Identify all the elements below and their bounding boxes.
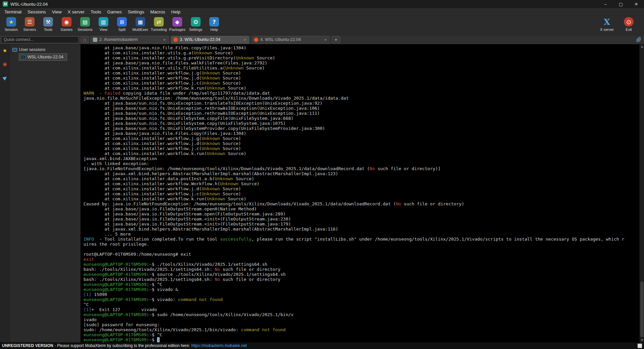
sftp-panel-icon[interactable] [1, 74, 9, 81]
toolbar-multiexec-button[interactable]: MultiExec [131, 17, 150, 32]
resize-grip[interactable] [638, 344, 642, 348]
tab-3-wsl-ubuntu-22-04[interactable]: 3. WSL-Ubuntu-22.04× [171, 36, 249, 44]
macros-panel-icon[interactable] [1, 60, 9, 68]
terminal-text-segment: at com.xilinx.installer.workflow.j.d( [84, 141, 202, 146]
terminal-line: eunseong@LAPTOP-01T6MS09:~$ source ./too… [84, 272, 639, 277]
menu-terminal[interactable]: Terminal [1, 9, 24, 15]
menu-settings[interactable]: Settings [125, 9, 147, 15]
terminal-text-segment: Unknown [202, 136, 220, 141]
scroll-down-icon[interactable]: ▼ [640, 339, 644, 342]
terminal-text-segment: ... 5 more [84, 232, 131, 237]
terminal-scrollbar[interactable]: ▲ ▼ [639, 44, 644, 342]
toolbar-servers-button[interactable]: Servers [20, 17, 39, 32]
terminal-text-segment: at com.xilinx.installer.workflow.j.g( [84, 70, 202, 76]
toolbar-label: Settings [189, 28, 203, 32]
toolbar-packages-button[interactable]: Packages [168, 17, 186, 32]
tree-item-wsl-ubuntu[interactable]: WSL-Ubuntu-22.04 [19, 53, 67, 61]
tabs-container: 2. /home/mobaxterm×3. WSL-Ubuntu-22.04×4… [91, 36, 330, 44]
menu-view[interactable]: View [49, 9, 65, 15]
terminal-line: WARN - Failed copying idata file under /… [84, 91, 639, 96]
toolbar-settings-button[interactable]: Settings [186, 17, 205, 32]
terminal-text-segment: : [147, 297, 149, 302]
terminal-line: eunseong@LAPTOP-01T6MS09:~$ vivado & [84, 287, 639, 292]
terminal-line: at com.xilinx.installer.workflow.j.g(Unk… [84, 70, 639, 76]
menu-games[interactable]: Games [104, 9, 125, 15]
status-bar: UNREGISTERED VERSION - Please support Mo… [0, 342, 644, 349]
terminal-text-segment: at com.xilinx.installer.workflow.k.run( [84, 196, 207, 201]
toolbar-x-server-button[interactable]: X server [598, 17, 616, 32]
toolbar-exit-button[interactable]: Exit [620, 17, 638, 32]
terminal-text-segment: Unknown [202, 141, 220, 146]
menu-macros[interactable]: Macros [147, 9, 168, 15]
scrollbar-thumb[interactable] [640, 282, 644, 337]
menu-sessions[interactable]: Sessions [24, 9, 49, 15]
toolbar-split-button[interactable]: Split [113, 17, 131, 32]
terminal-line: at java.base/sun.nio.fs.UnixException.re… [84, 106, 639, 111]
tab-close-icon[interactable]: × [323, 37, 327, 42]
tab-close-icon[interactable]: × [162, 37, 166, 42]
menu-x-server[interactable]: X server [65, 9, 88, 15]
toolbar-help-button[interactable]: Help [205, 17, 223, 32]
home-tab-button[interactable]: ⌂ [80, 36, 89, 43]
terminal-text-segment: Source) [225, 86, 247, 91]
terminal-text-segment: Unknown [236, 55, 254, 60]
terminal-text-segment: uires the root privilege. [84, 242, 149, 247]
terminal-text-segment: at com.xilinx.installer.workflow.j.c( [84, 191, 202, 196]
terminal-line: at com.xilinx.installer.workflow.j.d(Unk… [84, 76, 639, 81]
toolbar-tunneling-button[interactable]: Tunneling [150, 17, 168, 32]
toolbar-label: Tunneling [151, 28, 167, 32]
terminal-text-segment: $ ./tools/Xilinx/Vivado/2025.1/settings6… [152, 262, 267, 267]
terminal-text-segment: at java.base/java.nio.file.Files.copy(Fi… [84, 131, 246, 136]
terminal-text-segment: - [94, 91, 104, 96]
tab-close-icon[interactable]: × [243, 37, 247, 42]
paperclip-icon[interactable] [635, 36, 642, 43]
terminal-line [84, 247, 639, 252]
terminal-text-segment: Unknown [207, 151, 225, 156]
maximize-button[interactable]: ▢ [613, 0, 629, 8]
menu-tools[interactable]: Tools [88, 9, 104, 15]
minimize-button[interactable]: – [598, 0, 613, 8]
toolbar-tools-button[interactable]: Tools [39, 17, 57, 32]
terminal-line: root@LAPTOP-01T6MS09:/home/eunseong# exi… [84, 252, 639, 257]
terminal-text-segment: Source) [220, 141, 241, 146]
sessions-panel-icon[interactable] [1, 47, 9, 54]
terminal-text-segment: at java.base/java.nio.file.Files.copy(Fi… [84, 45, 246, 50]
quick-connect-input[interactable] [1, 36, 79, 43]
terminal-text-segment: $ vivado: [152, 297, 178, 302]
terminal-text-segment: copying idata file under /tmp/selfgz1179… [120, 91, 270, 96]
terminal[interactable]: at java.base/java.nio.file.Files.copy(Fi… [80, 44, 639, 342]
terminal-line: at java.base/java.io.FileOutputStream.<i… [84, 216, 639, 221]
terminal-text-segment: Source) [220, 136, 241, 141]
toolbar-games-button[interactable]: Games [57, 17, 76, 32]
scroll-up-icon[interactable]: ▲ [640, 45, 644, 48]
terminal-line: - with linked exception: [84, 161, 639, 166]
terminal-text-segment: : [147, 332, 149, 337]
terminal-text-segment: at com.xilinx.installer.workflow.j.d( [84, 76, 202, 81]
minimize-icon: – [604, 2, 606, 7]
terminal-text-segment: $ vivado & [152, 287, 178, 292]
tree-root-user-sessions[interactable]: User sessions [10, 46, 46, 53]
new-tab-button[interactable]: + [331, 36, 340, 43]
terminal-text-segment: Source) [238, 181, 260, 186]
terminal-text-segment: eunseong@LAPTOP-01T6MS09 [84, 282, 147, 287]
terminal-text-segment: Source) [220, 81, 241, 86]
status-message: - Please support MobaXterm by subscribin… [55, 343, 190, 348]
toolbar-sessions-button[interactable]: Sessions [76, 17, 94, 32]
terminal-text-segment: at java.base/sun.nio.fs.UnixException.tr… [84, 101, 322, 106]
terminal-line: uires the root privilege. [84, 242, 639, 247]
terminal-line: at java.base/java.io.FileOutputStream.op… [84, 211, 639, 216]
terminal-text-segment: eunseong@LAPTOP-01T6MS09 [84, 272, 147, 277]
toolbar-label: Games [61, 28, 72, 32]
terminal-text-segment: at com.xilinx.installer.workflow.j.c( [84, 146, 202, 151]
menu-help[interactable]: Help [168, 9, 183, 15]
tab-4-wsl-ubuntu-22-04[interactable]: 4. WSL-Ubuntu-22.04× [252, 36, 330, 44]
mobatek-link[interactable]: https://mobaxterm.mobatek.net [191, 343, 247, 348]
tab-2-home-mobaxterm[interactable]: 2. /home/mobaxterm× [91, 36, 169, 44]
toolbar-view-button[interactable]: View [94, 17, 113, 32]
terminal-line: eunseong@LAPTOP-01T6MS09:~$ ^C [84, 282, 639, 287]
multiexec-icon [136, 17, 145, 27]
close-button[interactable]: ✕ [629, 0, 644, 8]
terminal-line: at java.base/sun.nio.fs.UnixFileSystem.c… [84, 116, 639, 121]
toolbar-session-button[interactable]: Session [2, 17, 20, 32]
local-terminal-icon [93, 38, 97, 42]
